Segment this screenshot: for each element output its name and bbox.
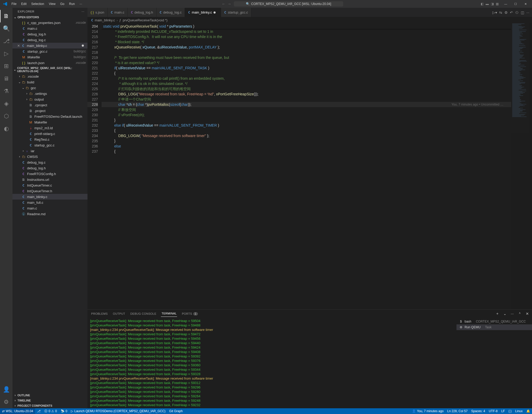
tree-item[interactable]: ›🗀 .settings [12,91,87,96]
tree-item[interactable]: C printf-stdarg.c [12,131,87,137]
breadcrumb[interactable]: Cmain_blinky.c›ƒprvQueueReceiveTask(void… [87,17,532,23]
window-close-icon[interactable]: ✕ [521,1,530,7]
panel-tab-terminal[interactable]: TERMINAL [161,310,177,317]
tree-item[interactable]: C main_full.c [12,200,87,205]
maximize-panel-icon[interactable]: ＾ [518,311,522,316]
status-launch[interactable]: ▷Launch QEMU RTOSDemo (CORTEX_MPS2_QEMU_… [69,408,167,414]
activity-search-icon[interactable]: 🔍 [0,22,12,35]
open-editor-item[interactable]: C startup_gcc.c build/gcc [12,48,87,54]
command-center[interactable]: 🔍 CORTEX_MPS2_QEMU_IAR_GCC [WSL: Ubuntu-… [234,1,343,7]
status-notifications[interactable]: 🔔 [524,408,532,414]
tree-item[interactable]: 🗎 Instructions.url [12,177,87,182]
activity-extensions-icon[interactable]: ⊞ [0,60,12,72]
section-project-components[interactable]: ›PROJECT COMPONENTS [12,403,87,408]
tree-item[interactable]: C startup_gcc.c [12,142,87,148]
breadcrumb-segment[interactable]: main_blinky.c [95,18,115,22]
layout-panel-bottom-icon[interactable]: ▬ [486,2,489,6]
new-terminal-icon[interactable]: ＋ [496,311,499,316]
tree-item[interactable]: C debug_log.c [12,159,87,165]
split-icon[interactable]: ◫ [521,10,524,15]
open-editor-item[interactable]: C debug_log.h [12,31,87,37]
open-editor-item[interactable]: M Makefile build/gcc [12,54,87,60]
editor-tab[interactable]: Cmain.c [108,8,128,17]
activity-explorer-icon[interactable]: 🗎 [0,10,12,22]
panel-tab-debug-console[interactable]: DEBUG CONSOLE [130,311,157,317]
panel-tab-ports[interactable]: PORTS1 [181,311,198,317]
tree-item[interactable]: 🗎 .cproject [12,102,87,108]
status-encoding[interactable]: UTF-8 [487,408,499,414]
window-maximize-icon[interactable]: ☐ [511,1,520,7]
nav-back-icon[interactable]: ← [222,2,226,6]
layout-controls[interactable]: ◧ ▬ ◨ ▦ [481,2,499,6]
status-lang-mode[interactable]: { } [507,408,513,414]
nav-forward-icon[interactable]: → [228,2,231,6]
tree-item[interactable]: 🗎 .project [12,108,87,114]
menu-edit[interactable]: Edit [19,1,29,7]
run-icon[interactable]: ▷▾ [492,10,497,15]
tree-item[interactable]: C main_blinky.c [12,194,87,200]
editor-tab[interactable]: Cstartup_gcc.c [221,8,251,17]
activity-remote-icon[interactable]: 🖥 [0,72,12,85]
layout-panel-left-icon[interactable]: ◧ [481,2,484,6]
open-editors-header[interactable]: ⌄OPEN EDITORS [12,15,87,20]
more-icon[interactable]: ··· [511,312,514,316]
activity-settings-icon[interactable]: ⚙ [0,396,12,408]
tree-item[interactable]: C debug_log.h [12,165,87,171]
tree-item[interactable]: ›🗀 .vscode [12,73,87,79]
tree-item[interactable]: C FreeRTOSConfig.h [12,171,87,177]
menu-view[interactable]: View [47,1,58,7]
tree-item[interactable]: C IntQueueTimer.c [12,182,87,188]
panel-tab-output[interactable]: OUTPUT [112,311,126,317]
terminal-list-item[interactable]: $ bash CORTEX_MPS2_QEMU_IAR_GCC [456,319,532,324]
minimap[interactable] [511,23,532,309]
menu-go[interactable]: Go [58,1,66,7]
close-panel-icon[interactable]: ✕ [526,312,529,316]
editor-tab[interactable]: Cdebug_log.h [128,8,156,17]
folder-header[interactable]: ⌄CORTEX_MPS2_QEMU_IAR_GCC [WSL: UBUNTU-2… [12,66,87,73]
editor-tab[interactable]: Cdebug_log.c [157,8,185,17]
editor-content[interactable]: static void prvQueueReceiveTask( void * … [102,23,511,309]
more-icon[interactable]: ··· [526,10,529,15]
activity-ext3-icon[interactable]: ◐ [0,122,12,135]
status-blame[interactable]: 👤You, 7 minutes ago [410,408,445,414]
editor-tab[interactable]: { }s.json [87,8,108,17]
code-editor[interactable]: 2042142152162172182192202212222232242252… [87,23,532,309]
menu-run[interactable]: Run [67,1,77,7]
activity-account-icon[interactable]: 👤 [0,383,12,396]
status-branch[interactable]: ⎇ [35,408,42,414]
menu-selection[interactable]: Selection [29,1,46,7]
open-editor-item[interactable]: { } c_cpp_properties.json .vscode [12,20,87,26]
activity-test-icon[interactable]: ⚗ [0,85,12,97]
tree-item[interactable]: 🗎 FreeRTOSDemo Default.launch [12,114,87,119]
status-gitgraph[interactable]: Git Graph [167,408,185,414]
compare-icon[interactable]: ⇆ [499,10,502,15]
tree-item[interactable]: C main.c [12,205,87,211]
activity-scm-icon[interactable]: ⎇ [0,35,12,47]
tree-item[interactable]: ⌄🗀 build [12,79,87,85]
tree-item[interactable]: C RegTest.c [12,137,87,142]
breadcrumb-segment[interactable]: prvQueueReceiveTask(void *) [123,18,167,22]
section-outline[interactable]: ›OUTLINE [12,393,87,398]
open-editor-item[interactable]: ✕ C main_blinky.c [12,43,87,48]
tree-item[interactable]: 🛈 Readme.md [12,211,87,217]
timeline-icon[interactable]: ⏲ [515,10,519,15]
editor-gutter[interactable]: 2042142152162172182192202212222232242252… [87,23,102,309]
terminal-dropdown-icon[interactable]: ⌄ [503,312,506,316]
menu-file[interactable]: File [9,1,18,7]
open-editor-item[interactable]: C debug_log.c [12,37,87,43]
status-problems[interactable]: ⓧ0⚠0 [42,408,59,414]
activity-ext1-icon[interactable]: ◈ [0,97,12,110]
tree-item[interactable]: ›⬨ iar [12,148,87,154]
more-icon[interactable]: ··· [82,10,84,13]
close-icon[interactable]: ✕ [17,44,20,48]
open-editor-item[interactable]: { } launch.json .vscode [12,60,87,66]
panel-tab-problems[interactable]: PROBLEMS [91,311,108,317]
activity-run-icon[interactable]: ▷ [0,47,12,60]
activity-ext2-icon[interactable]: ⬡ [0,110,12,122]
terminal-list-item[interactable]: ⚙ Run QEMU Task [456,324,532,330]
layout-customize-icon[interactable]: ▦ [496,2,499,6]
terminal-output[interactable]: [prvQueueReceiveTask]: Message received … [87,318,456,408]
status-position[interactable]: Ln 228, Col 57 [446,408,470,414]
tree-item[interactable]: ⌄🗀 gcc [12,85,87,91]
undo-icon[interactable]: ↶ [510,10,513,15]
